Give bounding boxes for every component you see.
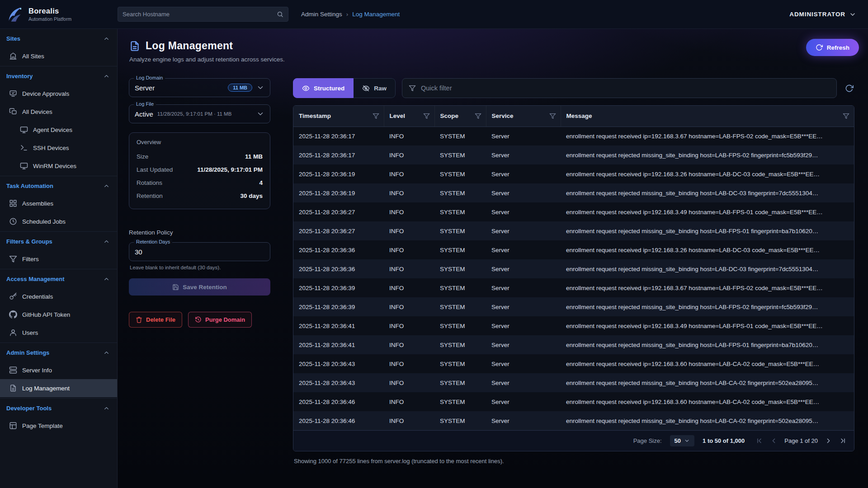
quick-filter-input[interactable] <box>421 84 830 92</box>
log-file-select[interactable]: Log File Active 11/28/2025, 9:17:01 PM ·… <box>129 104 270 123</box>
table-row[interactable]: 2025-11-28 20:36:41 INFO SYSTEM Server e… <box>293 316 854 335</box>
sidebar-item-page-template[interactable]: Page Template <box>0 417 117 435</box>
table-row[interactable]: 2025-11-28 20:36:27 INFO SYSTEM Server e… <box>293 221 854 240</box>
monitor-icon <box>20 162 28 170</box>
chevron-down-icon <box>684 438 690 444</box>
page-size-select[interactable]: 50 <box>670 435 694 446</box>
chevron-up-icon <box>103 276 110 282</box>
app-root: Borealis Automation Platform Admin Setti… <box>0 0 868 488</box>
cell-scope: SYSTEM <box>434 354 486 373</box>
table-row[interactable]: 2025-11-28 20:36:43 INFO SYSTEM Server e… <box>293 373 854 392</box>
sidebar-item-log-management[interactable]: Log Management <box>0 379 117 397</box>
log-table-body: 2025-11-28 20:36:17 INFO SYSTEM Server e… <box>293 127 854 430</box>
table-refresh-button[interactable] <box>844 83 854 94</box>
sidebar-section-task-automation[interactable]: Task Automation <box>0 177 117 194</box>
cell-message: enrollment request received ip=192.168.3… <box>561 127 854 145</box>
filter-icon[interactable] <box>549 113 556 119</box>
cell-timestamp: 2025-11-28 20:36:19 <box>293 164 384 183</box>
last-page-button[interactable] <box>839 437 847 445</box>
sidebar-section-admin-settings[interactable]: Admin Settings <box>0 344 117 361</box>
table-row[interactable]: 2025-11-28 20:36:39 INFO SYSTEM Server e… <box>293 278 854 297</box>
filter-icon[interactable] <box>423 113 430 119</box>
table-row[interactable]: 2025-11-28 20:36:27 INFO SYSTEM Server e… <box>293 202 854 221</box>
devices-icon <box>9 108 17 116</box>
sidebar-item-filters[interactable]: Filters <box>0 250 117 268</box>
first-page-button[interactable] <box>755 437 763 445</box>
filter-icon[interactable] <box>843 113 849 119</box>
table-row[interactable]: 2025-11-28 20:36:19 INFO SYSTEM Server e… <box>293 183 854 202</box>
cell-scope: SYSTEM <box>434 145 486 164</box>
breadcrumb: Admin Settings › Log Management <box>301 11 400 18</box>
cell-scope: SYSTEM <box>434 183 486 202</box>
delete-file-button[interactable]: Delete File <box>129 312 182 328</box>
sidebar-section-filters-groups[interactable]: Filters & Groups <box>0 233 117 250</box>
column-header-scope: Scope <box>434 106 486 127</box>
table-row[interactable]: 2025-11-28 20:36:17 INFO SYSTEM Server e… <box>293 127 854 145</box>
sidebar-item-users[interactable]: Users <box>0 324 117 342</box>
column-header-message: Message <box>561 106 854 127</box>
cell-level: INFO <box>384 373 434 392</box>
table-row[interactable]: 2025-11-28 20:36:46 INFO SYSTEM Server e… <box>293 411 854 430</box>
sidebar-item-credentials[interactable]: Credentials <box>0 287 117 305</box>
table-row[interactable]: 2025-11-28 20:36:46 INFO SYSTEM Server e… <box>293 392 854 411</box>
hostname-search[interactable] <box>118 7 288 22</box>
table-row[interactable]: 2025-11-28 20:36:41 INFO SYSTEM Server e… <box>293 335 854 354</box>
refresh-icon <box>816 44 823 51</box>
sidebar-item-scheduled-jobs[interactable]: Scheduled Jobs <box>0 212 117 230</box>
chevron-down-icon <box>849 11 856 18</box>
log-domain-size-badge: 11 MB <box>228 84 252 92</box>
sidebar-item-github-api-token[interactable]: GitHub API Token <box>0 305 117 324</box>
page-title: Log Management <box>146 40 233 52</box>
purge-domain-button[interactable]: Purge Domain <box>188 312 252 328</box>
cell-scope: SYSTEM <box>434 335 486 354</box>
tab-raw[interactable]: Raw <box>354 78 396 98</box>
table-row[interactable]: 2025-11-28 20:36:36 INFO SYSTEM Server e… <box>293 240 854 259</box>
chevron-up-icon <box>103 35 110 42</box>
sidebar-item-ssh-devices[interactable]: SSH Devices <box>0 139 117 157</box>
breadcrumb-current[interactable]: Log Management <box>352 11 400 18</box>
cell-message: enrollment request rejected missing_site… <box>561 411 854 430</box>
sidebar-item-server-info[interactable]: Server Info <box>0 361 117 379</box>
funnel-icon <box>9 255 17 263</box>
hostname-search-input[interactable] <box>123 11 277 18</box>
table-row[interactable]: 2025-11-28 20:36:19 INFO SYSTEM Server e… <box>293 164 854 183</box>
cell-message: enrollment request rejected missing_site… <box>561 221 854 240</box>
sidebar-section-sites[interactable]: Sites <box>0 30 117 47</box>
sidebar-item-agent-devices[interactable]: Agent Devices <box>0 121 117 139</box>
sidebar-item-assemblies[interactable]: Assemblies <box>0 194 117 212</box>
cell-timestamp: 2025-11-28 20:36:36 <box>293 259 384 278</box>
overview-row-rotations: Rotations 4 <box>137 176 263 189</box>
breadcrumb-parent[interactable]: Admin Settings <box>301 11 342 18</box>
table-row[interactable]: 2025-11-28 20:36:36 INFO SYSTEM Server e… <box>293 259 854 278</box>
cell-scope: SYSTEM <box>434 297 486 316</box>
filter-icon[interactable] <box>475 113 481 119</box>
cell-scope: SYSTEM <box>434 373 486 392</box>
retention-days-input[interactable] <box>135 248 264 256</box>
breadcrumb-separator: › <box>346 11 349 18</box>
tab-structured[interactable]: Structured <box>293 78 354 98</box>
sidebar-item-all-sites[interactable]: All Sites <box>0 47 117 65</box>
cell-message: enrollment request rejected missing_site… <box>561 183 854 202</box>
overview-row-last-updated: Last Updated 11/28/2025, 9:17:01 PM <box>137 163 263 176</box>
sidebar-section-inventory[interactable]: Inventory <box>0 67 117 84</box>
sidebar-item-all-devices[interactable]: All Devices <box>0 103 117 121</box>
cell-level: INFO <box>384 354 434 373</box>
next-page-button[interactable] <box>825 437 832 445</box>
quick-filter[interactable] <box>402 78 837 98</box>
table-row[interactable]: 2025-11-28 20:36:39 INFO SYSTEM Server e… <box>293 297 854 316</box>
table-row[interactable]: 2025-11-28 20:36:43 INFO SYSTEM Server e… <box>293 354 854 373</box>
sidebar-section-access-management[interactable]: Access Management <box>0 270 117 287</box>
retention-days-field[interactable]: Retention Days <box>129 242 270 261</box>
sidebar-item-winrm-devices[interactable]: WinRM Devices <box>0 157 117 175</box>
log-domain-select[interactable]: Log Domain Server 11 MB <box>129 78 270 97</box>
sidebar-section-developer-tools[interactable]: Developer Tools <box>0 399 117 417</box>
sidebar-item-device-approvals[interactable]: Device Approvals <box>0 84 117 103</box>
cell-service: Server <box>486 392 561 411</box>
filter-icon[interactable] <box>373 113 379 119</box>
prev-page-button[interactable] <box>770 437 778 445</box>
refresh-button[interactable]: Refresh <box>806 39 859 56</box>
save-retention-button[interactable]: Save Retention <box>129 278 270 296</box>
user-menu[interactable]: ADMINISTRATOR <box>789 11 856 18</box>
table-row[interactable]: 2025-11-28 20:36:17 INFO SYSTEM Server e… <box>293 145 854 164</box>
log-file-icon <box>129 40 141 52</box>
